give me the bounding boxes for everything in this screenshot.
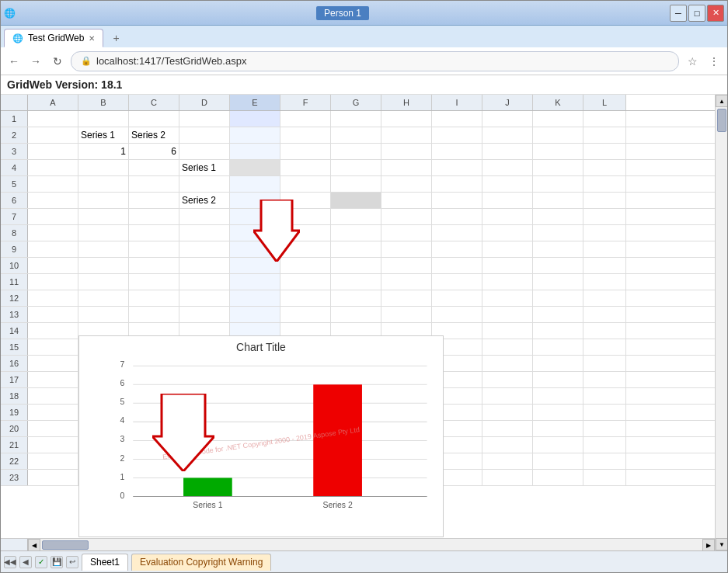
tab-confirm-button[interactable]: ✓ [35, 556, 47, 568]
cell-F2[interactable] [280, 127, 331, 143]
cell-G5[interactable] [331, 176, 381, 192]
v-scrollbar[interactable]: ▲ ▼ [715, 95, 727, 550]
cell-H5[interactable] [381, 176, 432, 192]
col-header-A[interactable]: A [28, 95, 78, 110]
cell-L3[interactable] [583, 144, 626, 159]
cell-F3[interactable] [280, 144, 331, 159]
cell-I6[interactable] [432, 193, 482, 208]
cell-K3[interactable] [533, 144, 583, 159]
cell-J5[interactable] [482, 176, 533, 192]
tab-first-button[interactable]: ◀◀ [4, 556, 16, 568]
cell-L2[interactable] [583, 127, 626, 143]
col-header-D[interactable]: D [179, 95, 230, 110]
cell-G2[interactable] [331, 127, 381, 143]
tab-save-button[interactable]: 💾 [51, 556, 63, 568]
v-scroll-up-button[interactable]: ▲ [716, 95, 727, 107]
cell-K6[interactable] [533, 193, 583, 208]
cell-D1[interactable] [179, 111, 230, 127]
tab-undo-button[interactable]: ↩ [66, 556, 78, 568]
cell-J6[interactable] [482, 193, 533, 208]
col-header-F[interactable]: F [280, 95, 331, 110]
cell-J1[interactable] [482, 111, 533, 127]
cell-A4[interactable] [28, 160, 78, 175]
cell-H2[interactable] [381, 127, 432, 143]
cell-J2[interactable] [482, 127, 533, 143]
cell-A1[interactable] [28, 111, 78, 127]
cell-K2[interactable] [533, 127, 583, 143]
cell-B3[interactable]: 1 [78, 144, 129, 159]
h-scroll-left-button[interactable]: ◀ [28, 539, 40, 550]
cell-I3[interactable] [432, 144, 482, 159]
cell-B6[interactable] [78, 193, 129, 208]
v-scroll-down-button[interactable]: ▼ [716, 538, 727, 550]
tab-close-button[interactable]: ✕ [89, 34, 95, 43]
minimize-button[interactable]: ─ [670, 5, 687, 22]
cell-L1[interactable] [583, 111, 626, 127]
v-scroll-thumb[interactable] [717, 109, 726, 132]
maximize-button[interactable]: □ [688, 5, 705, 22]
h-scroll-thumb[interactable] [42, 540, 89, 550]
col-header-J[interactable]: J [482, 95, 533, 110]
cell-F5[interactable] [280, 176, 331, 192]
cell-B4[interactable] [78, 160, 129, 175]
cell-A6[interactable] [28, 193, 78, 208]
browser-tab-active[interactable]: 🌐 Test GridWeb ✕ [4, 29, 103, 47]
cell-E5[interactable] [230, 176, 280, 192]
cell-L5[interactable] [583, 176, 626, 192]
tab-prev-button[interactable]: ◀ [19, 556, 32, 568]
cell-E2[interactable] [230, 127, 280, 143]
browser-menu-button[interactable]: ⋮ [705, 53, 723, 70]
sheet-tab-warning[interactable]: Evaluation Copyright Warning [131, 554, 271, 571]
col-header-I[interactable]: I [432, 95, 482, 110]
refresh-button[interactable]: ↻ [49, 53, 66, 70]
cell-G4[interactable] [331, 160, 381, 175]
cell-E4[interactable] [230, 160, 280, 175]
cell-D5[interactable] [179, 176, 230, 192]
back-button[interactable]: ← [5, 53, 23, 70]
cell-I5[interactable] [432, 176, 482, 192]
new-tab-button[interactable]: + [106, 29, 125, 47]
cell-A3[interactable] [28, 144, 78, 159]
cell-B2[interactable]: Series 1 [78, 127, 129, 143]
cell-K4[interactable] [533, 160, 583, 175]
cell-B1[interactable] [78, 111, 129, 127]
cell-H1[interactable] [381, 111, 432, 127]
cell-J4[interactable] [482, 160, 533, 175]
cell-G3[interactable] [331, 144, 381, 159]
cell-I2[interactable] [432, 127, 482, 143]
v-scroll-track[interactable] [716, 107, 727, 538]
cell-G6[interactable] [331, 193, 381, 208]
cell-J3[interactable] [482, 144, 533, 159]
cell-C2[interactable]: Series 2 [129, 127, 179, 143]
cell-H6[interactable] [381, 193, 432, 208]
forward-button[interactable]: → [27, 53, 44, 70]
cell-C4[interactable] [129, 160, 179, 175]
cell-D3[interactable] [179, 144, 230, 159]
cell-L4[interactable] [583, 160, 626, 175]
cell-L6[interactable] [583, 193, 626, 208]
cell-D4[interactable]: Series 1 [179, 160, 230, 175]
col-header-L[interactable]: L [583, 95, 626, 110]
col-header-C[interactable]: C [129, 95, 179, 110]
h-scroll-track[interactable] [40, 539, 702, 550]
cell-H4[interactable] [381, 160, 432, 175]
cell-E3[interactable] [230, 144, 280, 159]
col-header-E[interactable]: E [230, 95, 280, 110]
bookmark-button[interactable]: ☆ [684, 53, 701, 70]
cell-C6[interactable] [129, 193, 179, 208]
h-scroll-right-button[interactable]: ▶ [702, 539, 715, 550]
address-field[interactable]: 🔒 localhost:1417/TestGridWeb.aspx [71, 51, 679, 71]
close-button[interactable]: ✕ [707, 5, 724, 22]
col-header-H[interactable]: H [381, 95, 432, 110]
cell-C3[interactable]: 6 [129, 144, 179, 159]
cell-K5[interactable] [533, 176, 583, 192]
cell-G1[interactable] [331, 111, 381, 127]
h-scrollbar[interactable]: ◀ ▶ [1, 538, 715, 550]
cell-E1[interactable] [230, 111, 280, 127]
cell-B5[interactable] [78, 176, 129, 192]
cell-A5[interactable] [28, 176, 78, 192]
sheet-tab-sheet1[interactable]: Sheet1 [82, 554, 128, 571]
cell-H3[interactable] [381, 144, 432, 159]
col-header-K[interactable]: K [533, 95, 583, 110]
cell-D6[interactable]: Series 2 [179, 193, 230, 208]
